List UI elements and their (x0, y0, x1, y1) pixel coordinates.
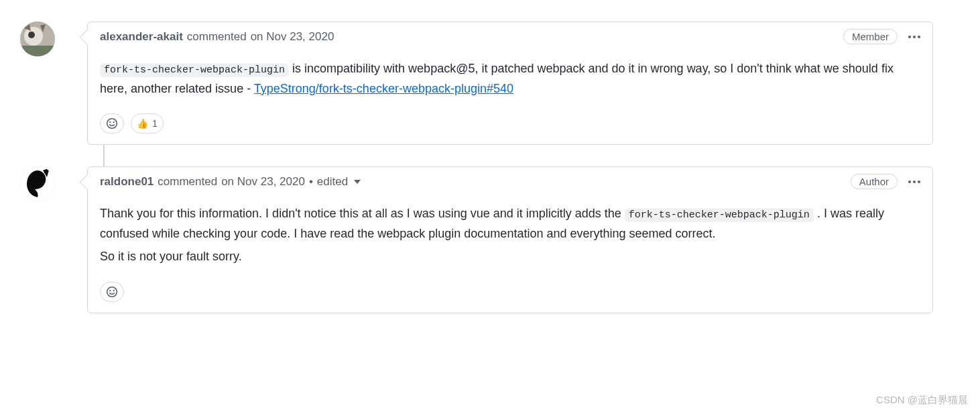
meta-separator: • (309, 175, 313, 189)
chevron-down-icon (354, 180, 361, 184)
thumbs-up-icon: 👍 (137, 118, 148, 129)
comment-author-link[interactable]: alexander-akait (100, 30, 183, 44)
kebab-menu-icon[interactable] (908, 181, 920, 183)
comment-date-link[interactable]: on Nov 23, 2020 (221, 175, 305, 189)
reactions-bar: 👍 1 (88, 113, 932, 144)
edited-indicator[interactable]: edited (317, 175, 361, 189)
kebab-menu-icon[interactable] (908, 36, 920, 38)
svg-rect-3 (20, 46, 55, 56)
svg-point-5 (109, 122, 111, 123)
comment-author-link[interactable]: raldone01 (100, 175, 154, 189)
avatar[interactable] (20, 21, 55, 56)
svg-point-9 (109, 290, 111, 291)
smiley-icon (106, 117, 118, 130)
reaction-thumbs-up[interactable]: 👍 1 (131, 113, 164, 134)
comment-body: fork-ts-checker-webpack-plugin is incomp… (88, 51, 932, 113)
comment-header: alexander-akait commented on Nov 23, 202… (88, 22, 932, 51)
smiley-icon (106, 286, 118, 298)
svg-point-8 (107, 287, 117, 297)
body-text: So it is not your fault sorry. (100, 247, 920, 267)
comment-item: raldone01 commented on Nov 23, 2020 • ed… (87, 166, 933, 313)
comment-box: alexander-akait commented on Nov 23, 202… (87, 21, 933, 145)
comment-item: alexander-akait commented on Nov 23, 202… (87, 21, 933, 145)
comment-body: Thank you for this information. I didn't… (88, 196, 932, 281)
svg-point-4 (107, 119, 117, 129)
add-reaction-button[interactable] (100, 282, 124, 302)
role-badge: Author (851, 174, 898, 189)
svg-point-2 (28, 32, 35, 38)
role-badge: Member (843, 29, 898, 44)
commented-label: commented (187, 30, 247, 44)
comment-header: raldone01 commented on Nov 23, 2020 • ed… (88, 167, 932, 196)
issue-link[interactable]: TypeStrong/fork-ts-checker-webpack-plugi… (254, 82, 513, 95)
reactions-bar (88, 282, 932, 313)
comment-date-link[interactable]: on Nov 23, 2020 (251, 30, 334, 44)
commented-label: commented (158, 175, 217, 189)
body-text: Thank you for this information. I didn't… (100, 207, 625, 220)
add-reaction-button[interactable] (100, 113, 124, 134)
avatar[interactable] (20, 166, 55, 201)
svg-point-6 (113, 122, 115, 123)
inline-code: fork-ts-checker-webpack-plugin (625, 208, 814, 222)
svg-point-10 (113, 290, 115, 291)
inline-code: fork-ts-checker-webpack-plugin (100, 63, 289, 77)
edited-label: edited (317, 175, 348, 188)
comment-box: raldone01 commented on Nov 23, 2020 • ed… (87, 166, 933, 313)
reaction-count: 1 (152, 118, 158, 129)
